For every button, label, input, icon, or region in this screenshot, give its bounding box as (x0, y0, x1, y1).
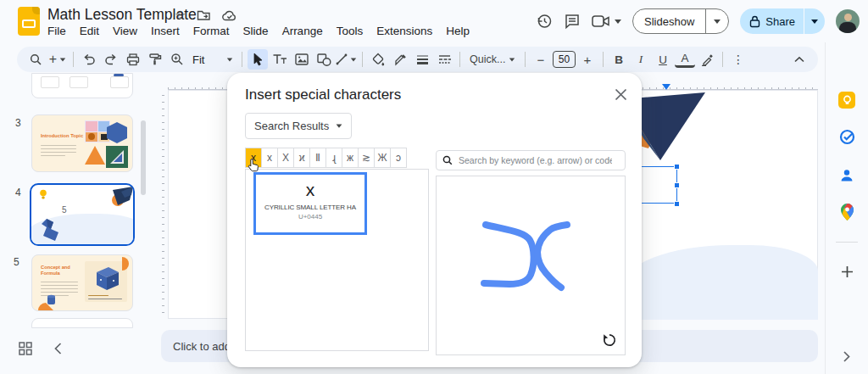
bold-button[interactable]: B (609, 49, 629, 70)
meet-camera-icon[interactable] (592, 14, 610, 28)
menu-insert[interactable]: Insert (144, 23, 186, 39)
candidate-tab-3[interactable]: X (277, 148, 294, 168)
drawn-character-strokes (437, 176, 626, 356)
dialog-title: Insert special characters (245, 87, 401, 103)
zoom-value: Fit (192, 53, 204, 66)
fill-color-button[interactable] (368, 49, 388, 70)
graduation-cap-icon (109, 187, 135, 209)
star-icon[interactable]: ☆ (175, 8, 186, 23)
contacts-icon[interactable] (838, 167, 855, 184)
insert-line-button[interactable] (336, 49, 357, 70)
maps-icon[interactable] (838, 204, 855, 220)
border-dash-button[interactable] (434, 49, 454, 70)
candidate-tab-6[interactable]: ɻ (326, 148, 342, 168)
menu-edit[interactable]: Edit (73, 23, 106, 39)
slideshow-caret-down-icon[interactable] (714, 20, 721, 24)
slide-thumbnail-4-selected[interactable]: 5 (30, 183, 135, 246)
slide-thumbnail-2-partial[interactable] (31, 73, 133, 98)
quick-styles-button[interactable]: Quick... (465, 49, 520, 70)
comments-icon[interactable] (564, 13, 581, 30)
redo-button[interactable] (101, 49, 121, 70)
category-label: Search Results (254, 120, 329, 132)
slideshow-button[interactable]: Slideshow (632, 8, 729, 34)
character-search-input[interactable] (457, 154, 614, 166)
menu-help[interactable]: Help (439, 23, 476, 39)
border-weight-button[interactable] (412, 49, 432, 70)
tasks-icon[interactable] (838, 128, 855, 145)
new-slide-button[interactable]: + (47, 49, 68, 70)
text-color-button[interactable]: A (675, 52, 695, 68)
show-side-panel-icon[interactable] (838, 348, 855, 365)
slide-number-5: 5 (14, 256, 19, 268)
select-tool-button[interactable] (248, 49, 268, 70)
selection-handle-mid-right[interactable] (674, 182, 680, 188)
menu-file[interactable]: File (41, 23, 73, 39)
thumb5-title-line2: Formula (41, 271, 60, 276)
character-search-field[interactable] (436, 150, 626, 170)
slide-thumbnail-6-partial[interactable] (31, 318, 133, 328)
keep-icon[interactable] (838, 92, 855, 109)
quick-styles-label: Quick... (470, 53, 505, 65)
candidate-tab-2[interactable]: x (261, 148, 278, 168)
slides-logo-icon[interactable] (18, 7, 40, 36)
grid-view-button[interactable] (19, 342, 32, 355)
side-panel-divider (836, 242, 858, 243)
print-button[interactable] (123, 49, 143, 70)
text-box-button[interactable] (270, 49, 290, 70)
character-card[interactable]: х CYRILLIC SMALL LETTER HA U+0445 (253, 172, 367, 235)
collapse-toolbar-button[interactable] (789, 49, 810, 70)
ruler-indent-marker[interactable] (662, 84, 670, 90)
reset-drawing-icon[interactable] (602, 332, 617, 348)
thumb2-box (41, 76, 59, 88)
increase-font-button[interactable]: + (577, 49, 598, 70)
thumb5-corner-shapes (37, 294, 59, 311)
paint-format-button[interactable] (145, 49, 165, 70)
get-addons-button[interactable] (838, 263, 855, 280)
candidate-tab-10[interactable]: ɔ (390, 148, 407, 168)
more-options-button[interactable]: ⋮ (728, 49, 748, 70)
move-folder-icon[interactable] (197, 9, 211, 21)
logo-bar (22, 20, 36, 28)
filmstrip-scrollbar[interactable] (141, 120, 146, 195)
insert-image-button[interactable] (292, 49, 312, 70)
candidate-tab-4[interactable]: ϰ (293, 148, 310, 168)
menu-view[interactable]: View (106, 23, 144, 39)
selection-handle-top-right[interactable] (674, 164, 680, 170)
menu-tools[interactable]: Tools (330, 23, 370, 39)
candidate-tab-9[interactable]: Ж (374, 148, 391, 168)
share-caret-button[interactable] (804, 8, 825, 34)
selection-handle-bottom-right[interactable] (674, 201, 680, 207)
category-dropdown[interactable]: Search Results (245, 113, 352, 139)
share-button[interactable]: Share (740, 8, 804, 34)
search-menus-icon[interactable] (25, 49, 46, 70)
version-history-icon[interactable] (536, 13, 553, 30)
undo-button[interactable] (79, 49, 99, 70)
font-size-input[interactable]: 50 (553, 51, 576, 68)
close-dialog-icon[interactable] (613, 87, 628, 102)
insert-special-characters-dialog: Insert special characters Search Results… (227, 73, 642, 367)
toolbar-divider (242, 52, 242, 67)
slide-thumbnail-5[interactable]: Concept and Formula (31, 254, 133, 311)
candidate-tab-5[interactable]: Ⅱ (309, 148, 326, 168)
highlight-color-button[interactable] (697, 49, 717, 70)
slide-thumbnail-3[interactable]: Introduction Topic (31, 114, 133, 172)
thumb5-semicircle (122, 257, 133, 271)
camera-caret-down-icon[interactable] (615, 20, 621, 24)
border-color-button[interactable] (390, 49, 410, 70)
italic-button[interactable]: I (631, 49, 651, 70)
menu-arrange[interactable]: Arrange (275, 23, 330, 39)
insert-shape-button[interactable] (314, 49, 334, 70)
zoom-select[interactable]: Fit (189, 49, 236, 70)
menu-format[interactable]: Format (186, 23, 236, 39)
account-avatar[interactable] (836, 9, 860, 33)
menu-slide[interactable]: Slide (236, 23, 275, 39)
collapse-filmstrip-icon[interactable] (54, 343, 62, 354)
menu-extensions[interactable]: Extensions (370, 23, 439, 39)
candidate-tab-7[interactable]: ж (342, 148, 359, 168)
handwriting-draw-panel[interactable] (436, 176, 626, 355)
cloud-saved-icon[interactable] (222, 10, 237, 21)
zoom-in-button[interactable] (167, 49, 187, 70)
candidate-tab-8[interactable]: ≳ (358, 148, 375, 168)
underline-button[interactable]: U (653, 49, 673, 70)
decrease-font-button[interactable]: − (531, 49, 551, 70)
